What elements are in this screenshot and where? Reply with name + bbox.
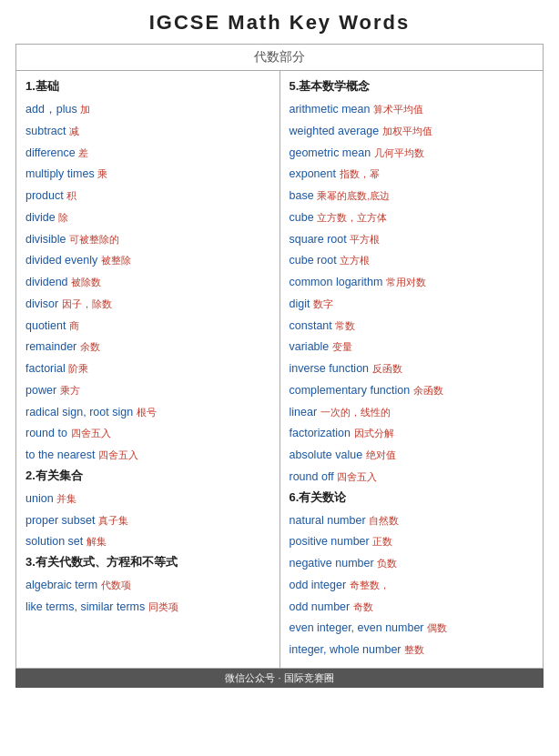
list-item: factorization 因式分解: [290, 424, 534, 442]
chinese-term: 四舍五入: [71, 428, 111, 438]
chinese-term: 代数项: [101, 580, 131, 590]
chinese-term: 余函数: [413, 385, 443, 396]
english-term: to the nearest: [25, 449, 95, 461]
english-term: union: [25, 492, 54, 505]
list-item: arithmetic mean 算术平均值: [290, 100, 534, 118]
chinese-term: 常用对数: [386, 277, 426, 287]
english-term: subtract: [25, 125, 66, 137]
english-term: square root: [290, 233, 347, 246]
english-term: dividend: [25, 276, 68, 288]
english-term: radical sign, root sign: [25, 406, 133, 418]
list-item: variable 变量: [290, 338, 534, 356]
chinese-term: 乘: [97, 168, 107, 179]
list-item: digit 数字: [290, 295, 534, 313]
english-term: proper subset: [25, 514, 95, 527]
english-term: constant: [290, 319, 332, 332]
chinese-term: 平方根: [350, 234, 380, 245]
english-term: weighted average: [290, 125, 380, 137]
chinese-term: 根号: [137, 407, 157, 418]
list-item: negative number 负数: [290, 554, 534, 572]
chinese-term: 加权平均值: [382, 126, 432, 136]
english-term: complementary function: [290, 384, 411, 397]
chinese-term: 四舍五入: [337, 471, 377, 482]
list-item: divisible 可被整除的: [25, 230, 270, 248]
chinese-term: 余数: [80, 341, 100, 352]
chinese-term: 差: [78, 147, 88, 158]
list-item: odd number 奇数: [290, 598, 534, 616]
english-term: factorization: [290, 427, 351, 439]
list-item: difference 差: [25, 144, 270, 162]
english-term: inverse function: [290, 362, 370, 375]
list-item: subtract 减: [25, 122, 270, 140]
list-item: union 并集: [25, 489, 270, 508]
subsection-title: 5.基本数学概念: [290, 78, 534, 95]
main-content-row: 1.基础add，plus 加subtract 减difference 差mult…: [16, 71, 543, 668]
english-term: natural number: [290, 514, 366, 527]
english-term: digit: [290, 297, 310, 310]
english-term: negative number: [290, 557, 374, 570]
chinese-term: 正数: [372, 536, 392, 547]
chinese-term: 商: [69, 320, 79, 331]
footer-bar: 微信公众号 · 国际竞赛圈: [15, 669, 544, 688]
list-item: cube 立方数，立方体: [290, 208, 534, 227]
right-column: 5.基本数学概念arithmetic mean 算术平均值weighted av…: [280, 71, 544, 668]
list-item: integer, whole number 整数: [290, 640, 534, 659]
chinese-term: 立方根: [340, 255, 370, 266]
english-term: base: [290, 189, 314, 202]
list-item: weighted average 加权平均值: [290, 122, 534, 140]
english-term: factorial: [25, 362, 66, 375]
list-item: geometric mean 几何平均数: [290, 144, 534, 162]
english-term: multiply times: [25, 167, 95, 180]
chinese-term: 四舍五入: [98, 449, 138, 460]
chinese-term: 真子集: [98, 515, 128, 526]
list-item: odd integer 奇整数，: [290, 576, 534, 594]
list-item: natural number 自然数: [290, 511, 534, 529]
list-item: round to 四舍五入: [25, 424, 270, 442]
chinese-term: 算术平均值: [373, 104, 423, 115]
chinese-term: 整数: [404, 644, 424, 655]
chinese-term: 因子，除数: [62, 298, 112, 309]
chinese-term: 被整除: [101, 255, 131, 266]
list-item: common logarithm 常用对数: [290, 273, 534, 291]
english-term: integer, whole number: [290, 643, 401, 656]
english-term: even integer, even number: [290, 621, 424, 634]
chinese-term: 负数: [377, 558, 397, 569]
list-item: remainder 余数: [25, 338, 270, 356]
english-term: positive number: [290, 535, 370, 548]
chinese-term: 减: [69, 126, 79, 136]
list-item: inverse function 反函数: [290, 359, 534, 378]
list-item: to the nearest 四舍五入: [25, 446, 270, 464]
subsection-title: 3.有关代数式、方程和不等式: [25, 554, 270, 570]
list-item: absolute value 绝对值: [290, 446, 534, 464]
list-item: linear 一次的，线性的: [290, 403, 534, 421]
chinese-term: 因式分解: [354, 428, 394, 438]
list-item: divisor 因子，除数: [25, 295, 270, 313]
chinese-term: 阶乘: [68, 363, 88, 374]
english-term: absolute value: [290, 449, 363, 461]
chinese-term: 奇整数，: [350, 580, 390, 590]
chinese-term: 数字: [313, 298, 333, 309]
english-term: remainder: [25, 340, 76, 353]
chinese-term: 变量: [332, 341, 352, 352]
chinese-term: 绝对值: [366, 449, 396, 460]
english-term: exponent: [290, 167, 336, 180]
english-term: geometric mean: [290, 146, 371, 159]
chinese-term: 积: [66, 190, 76, 201]
list-item: divide 除: [25, 208, 270, 227]
english-term: solution set: [25, 535, 83, 548]
list-item: dividend 被除数: [25, 273, 270, 291]
list-item: exponent 指数，幂: [290, 165, 534, 183]
english-term: quotient: [25, 319, 66, 332]
subsection-title: 1.基础: [25, 78, 270, 95]
english-term: round off: [290, 470, 334, 483]
english-term: cube root: [290, 254, 337, 267]
english-term: divisible: [25, 233, 66, 246]
english-term: variable: [290, 340, 330, 353]
list-item: factorial 阶乘: [25, 359, 270, 378]
english-term: odd integer: [290, 579, 347, 591]
chinese-term: 常数: [335, 320, 355, 331]
list-item: product 积: [25, 186, 270, 205]
english-term: like terms, similar terms: [25, 600, 145, 613]
chinese-term: 指数，幂: [340, 168, 380, 179]
chinese-term: 自然数: [369, 515, 399, 526]
